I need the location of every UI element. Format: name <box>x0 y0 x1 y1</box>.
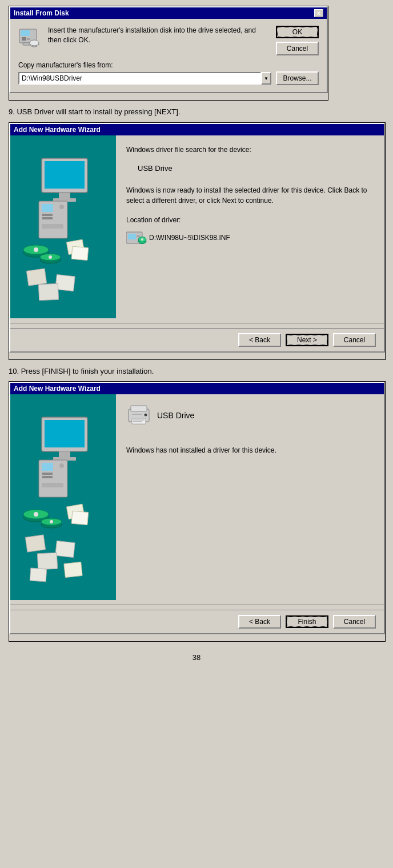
svg-point-64 <box>145 414 147 417</box>
svg-rect-56 <box>37 553 57 570</box>
next-button[interactable]: Next > <box>286 334 328 346</box>
svg-rect-25 <box>71 246 89 260</box>
svg-rect-38 <box>59 451 70 457</box>
svg-rect-57 <box>30 568 46 582</box>
cd-drive-icon <box>126 230 145 246</box>
svg-rect-37 <box>45 420 85 447</box>
svg-rect-58 <box>64 562 82 577</box>
wizard1-dialog: Add New Hardware Wizard <box>9 122 386 360</box>
svg-rect-17 <box>42 224 63 229</box>
wizard1-illustration <box>10 135 116 318</box>
svg-rect-14 <box>42 214 53 216</box>
ready-text: Windows is now ready to install the sele… <box>126 185 374 206</box>
install-from-disk-title: Install From Disk <box>14 9 69 17</box>
back-button[interactable]: < Back <box>238 615 281 629</box>
svg-rect-43 <box>42 476 53 478</box>
install-from-disk-dialog: Install From Disk × <box>9 6 328 101</box>
wizard1-title: Add New Hardware Wizard <box>14 126 101 134</box>
svg-rect-34 <box>137 235 140 237</box>
svg-rect-55 <box>55 541 75 557</box>
ifd-buttons-area: OK Cancel <box>276 26 319 55</box>
wizard2-title: Add New Hardware Wizard <box>14 385 101 393</box>
svg-rect-10 <box>59 193 70 198</box>
location-row: D:\WIN98U~5\DISK98.INF <box>126 230 374 246</box>
svg-rect-62 <box>133 419 145 421</box>
wizard2-body: USB Drive Windows has not installed a dr… <box>10 394 384 600</box>
path-input[interactable]: D:\Win98USBDriver <box>18 72 261 85</box>
wizard1-body: Windows driver file search for the devic… <box>10 135 384 318</box>
back-button[interactable]: < Back <box>238 333 281 347</box>
wizard2-illustration <box>10 394 116 600</box>
svg-rect-1 <box>21 30 30 36</box>
copy-section: Copy manufacturer's files from: D:\Win98… <box>18 61 319 85</box>
wizard1-content: Windows driver file search for the devic… <box>116 135 384 318</box>
svg-rect-3 <box>27 38 30 40</box>
wizard2-content: USB Drive Windows has not installed a dr… <box>116 394 384 600</box>
close-button[interactable]: × <box>314 9 323 17</box>
svg-rect-28 <box>38 283 58 301</box>
svg-point-51 <box>50 520 53 523</box>
svg-point-6 <box>30 40 39 46</box>
svg-rect-53 <box>71 511 89 525</box>
install-from-disk-titlebar: Install From Disk × <box>10 7 327 19</box>
svg-rect-63 <box>133 421 142 422</box>
wizard2-device-name: USB Drive <box>157 410 194 422</box>
ok-button[interactable]: OK <box>276 26 319 38</box>
browse-button[interactable]: Browse... <box>276 71 319 85</box>
copy-label: Copy manufacturer's files from: <box>18 61 319 69</box>
cancel-button[interactable]: Cancel <box>333 615 376 629</box>
svg-rect-45 <box>42 483 63 487</box>
wizard1-footer: < Back Next > Cancel <box>10 328 384 351</box>
floppy-disk-icon <box>18 26 41 49</box>
wizard2-titlebar: Add New Hardware Wizard <box>10 383 384 394</box>
svg-rect-15 <box>42 217 53 219</box>
svg-rect-33 <box>128 234 136 239</box>
location-label: Location of driver: <box>126 215 374 225</box>
svg-rect-2 <box>22 37 26 41</box>
finish-button[interactable]: Finish <box>286 615 328 628</box>
cancel-button[interactable]: Cancel <box>276 42 319 55</box>
svg-point-20 <box>34 247 38 252</box>
svg-rect-26 <box>26 268 46 285</box>
wizard2-footer: < Back Finish Cancel <box>10 610 384 633</box>
svg-rect-65 <box>132 414 142 415</box>
dropdown-arrow[interactable]: ▼ <box>261 72 271 85</box>
copy-row: D:\Win98USBDriver ▼ Browse... <box>18 71 319 85</box>
svg-point-48 <box>34 512 38 517</box>
wizard2-dialog: Add New Hardware Wizard <box>9 381 386 642</box>
cancel-button[interactable]: Cancel <box>333 333 376 347</box>
step10-instruction: 10. Press [FINISH] to finish your instal… <box>9 366 384 377</box>
printer-icon <box>126 403 151 428</box>
path-dropdown[interactable]: D:\Win98USBDriver ▼ <box>18 72 271 85</box>
printer-icon-area: USB Drive <box>126 403 374 428</box>
svg-rect-42 <box>42 473 53 475</box>
svg-rect-60 <box>131 406 147 411</box>
device-name: USB Drive <box>138 163 374 174</box>
svg-rect-13 <box>42 204 53 212</box>
svg-rect-41 <box>42 463 53 471</box>
wizard1-titlebar: Add New Hardware Wizard <box>10 124 384 135</box>
step9-instruction: 9. USB Driver will start to install by p… <box>9 106 384 118</box>
svg-rect-9 <box>45 161 85 189</box>
search-text: Windows driver file search for the devic… <box>126 145 374 155</box>
svg-point-23 <box>49 255 52 259</box>
svg-point-44 <box>59 463 64 468</box>
finish-text: Windows has not installed a driver for t… <box>126 445 374 455</box>
svg-rect-54 <box>25 535 45 552</box>
page-number: 38 <box>9 653 384 662</box>
driver-path: D:\WIN98U~5\DISK98.INF <box>149 233 230 243</box>
install-instruction-text: Insert the manufacturer's installation d… <box>48 26 269 45</box>
svg-point-32 <box>141 238 143 241</box>
svg-point-16 <box>59 205 64 209</box>
